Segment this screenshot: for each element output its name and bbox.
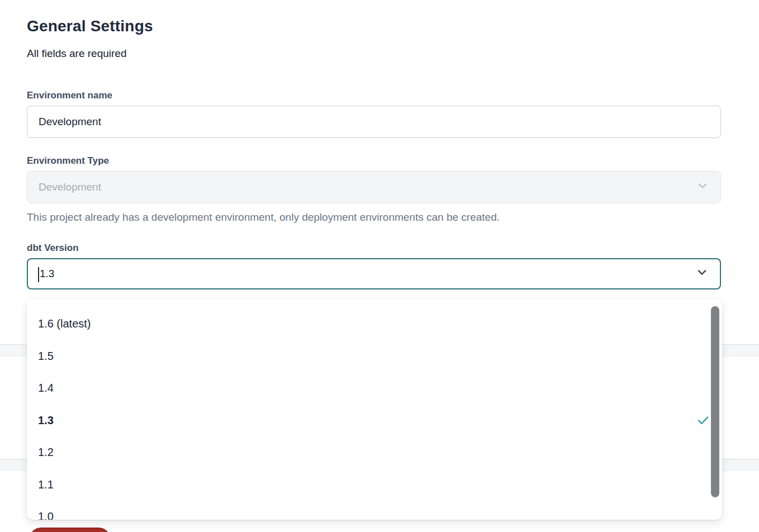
dbt-version-value: 1.3 xyxy=(39,268,54,280)
option-label: 1.5 xyxy=(38,350,54,363)
dropdown-option-1-2[interactable]: 1.2 xyxy=(27,436,722,469)
dropdown-option-1-0[interactable]: 1.0 xyxy=(27,501,722,520)
general-settings-form: General Settings All fields are required… xyxy=(27,0,721,289)
chevron-down-icon[interactable] xyxy=(695,266,709,282)
dropdown-option-1-5[interactable]: 1.5 xyxy=(27,340,722,373)
dropdown-option-1-4[interactable]: 1.4 xyxy=(27,372,722,405)
dropdown-option-1-6[interactable]: 1.6 (latest) xyxy=(27,308,722,340)
dropdown-option-1-3[interactable]: 1.3 xyxy=(27,405,722,437)
dbt-version-dropdown: 1.6 (latest) 1.5 1.4 1.3 1.2 1.1 1.0 xyxy=(27,300,722,520)
environment-name-input[interactable] xyxy=(27,106,721,138)
text-cursor xyxy=(38,267,39,282)
dbt-version-label: dbt Version xyxy=(27,242,721,254)
option-label: 1.6 (latest) xyxy=(38,317,91,330)
environment-name-label: Environment name xyxy=(27,89,721,101)
dropdown-scrollbar-thumb[interactable] xyxy=(711,306,719,497)
required-fields-note: All fields are required xyxy=(27,47,721,60)
environment-type-label: Environment Type xyxy=(27,155,721,167)
option-label: 1.1 xyxy=(38,478,54,491)
page-title: General Settings xyxy=(27,17,721,35)
option-label: 1.2 xyxy=(38,446,54,459)
option-label: 1.3 xyxy=(38,414,54,427)
environment-type-select: Development xyxy=(27,171,721,203)
page: General Settings All fields are required… xyxy=(0,0,759,532)
selected-check-icon xyxy=(698,416,709,425)
dbt-version-select[interactable]: 1.3 xyxy=(27,258,721,289)
chevron-down-icon xyxy=(696,179,709,196)
option-label: 1.0 xyxy=(38,510,54,520)
environment-type-value: Development xyxy=(39,181,101,193)
option-label: 1.4 xyxy=(38,382,54,395)
delete-button[interactable] xyxy=(29,528,111,532)
environment-type-help: This project already has a development e… xyxy=(27,211,721,224)
dropdown-option-1-1[interactable]: 1.1 xyxy=(27,469,722,501)
